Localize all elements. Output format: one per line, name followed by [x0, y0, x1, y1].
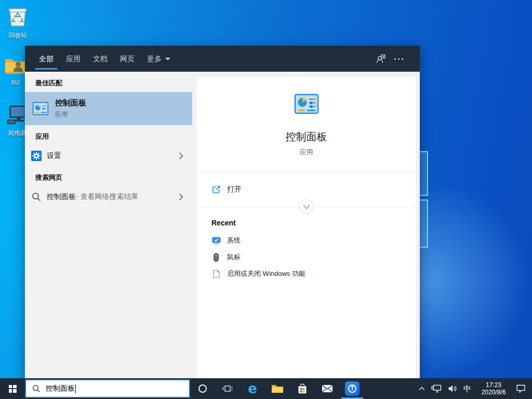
tab-more-label: 更多: [147, 46, 162, 72]
desktop-icon-label: 回收站: [8, 32, 27, 39]
clock-date: 2020/8/6: [475, 389, 512, 396]
tab-apps[interactable]: 应用: [66, 46, 81, 72]
account-button[interactable]: [372, 46, 390, 72]
best-match-header: 最佳匹配: [25, 72, 192, 92]
web-search-section-header: 搜索网页: [25, 166, 192, 187]
taskbar: 控制面板 e: [0, 378, 532, 399]
driver-app-button[interactable]: T: [340, 378, 365, 399]
recent-item-windows-features[interactable]: 启用或关闭 Windows 功能: [211, 265, 416, 282]
edge-button[interactable]: e: [240, 378, 265, 399]
desktop-icon-label: XU: [11, 79, 20, 86]
tab-documents[interactable]: 文档: [93, 46, 108, 72]
chevron-down-icon: [165, 58, 170, 60]
mail-button[interactable]: [315, 378, 340, 399]
control-panel-icon-large: [294, 94, 320, 116]
volume-tray-button[interactable]: [445, 378, 460, 399]
search-results-column: 最佳匹配 控制面板 应用: [25, 72, 196, 378]
search-input-value: 控制面板: [46, 384, 75, 393]
ellipsis-icon: [394, 58, 403, 60]
file-explorer-button[interactable]: [265, 378, 290, 399]
action-center-button[interactable]: [513, 378, 529, 399]
open-label: 打开: [227, 185, 242, 194]
preview-subtitle: 应用: [300, 148, 313, 157]
text-caret: [75, 384, 76, 393]
task-view-button[interactable]: [215, 378, 240, 399]
taskbar-search-input[interactable]: 控制面板: [25, 379, 190, 398]
preview-column: 控制面板 应用 打开: [196, 72, 420, 378]
open-action-row[interactable]: 打开: [197, 172, 416, 207]
wallpaper-window-pane: [419, 151, 428, 196]
tab-web-label: 网页: [120, 46, 135, 72]
tab-apps-label: 应用: [66, 46, 81, 72]
chevron-up-icon: [419, 387, 425, 391]
search-flyout: 全部 应用 文档 网页 更多: [25, 46, 420, 378]
recent-item-label: 系统: [227, 236, 241, 245]
settings-label: 设置: [47, 151, 61, 161]
tab-more[interactable]: 更多: [147, 46, 170, 72]
cortana-icon: [198, 384, 207, 393]
system-monitor-icon: [211, 237, 221, 245]
volume-icon: [448, 384, 457, 393]
recent-item-system[interactable]: 系统: [211, 232, 416, 249]
store-icon: [297, 383, 308, 394]
search-icon: [31, 192, 42, 202]
expand-preview-button[interactable]: [299, 200, 314, 214]
search-icon: [32, 384, 41, 393]
mouse-icon: [211, 253, 221, 262]
document-icon: [211, 270, 221, 278]
account-icon: [376, 54, 386, 64]
web-search-query: 控制面板: [47, 192, 76, 202]
recycle-bin-icon: [1, 4, 35, 30]
recent-item-mouse[interactable]: 鼠标: [211, 249, 416, 265]
ime-indicator[interactable]: 中: [460, 378, 474, 399]
open-external-icon: [211, 185, 221, 194]
edge-icon: e: [248, 382, 257, 395]
recent-header: Recent: [211, 219, 416, 227]
ime-label: 中: [463, 384, 471, 394]
best-match-title: 控制面板: [55, 98, 86, 108]
cortana-button[interactable]: [190, 378, 215, 399]
store-button[interactable]: [290, 378, 315, 399]
chevron-right-icon: [179, 152, 183, 160]
preview-title: 控制面板: [286, 130, 327, 144]
tab-documents-label: 文档: [93, 46, 108, 72]
recent-section: Recent 系统: [197, 207, 416, 282]
taskbar-clock[interactable]: 17:23 2020/8/6: [474, 381, 513, 396]
desktop-icon-label: 此电脑: [8, 129, 27, 137]
network-tray-button[interactable]: [428, 378, 445, 399]
desktop-wallpaper: 回收站 XU 此电脑: [0, 0, 532, 399]
control-panel-icon: [32, 102, 49, 115]
action-center-icon: [516, 384, 526, 393]
apps-section-header: 应用: [25, 125, 192, 145]
chevron-down-icon: [303, 205, 310, 209]
wallpaper-window-pane: [419, 200, 428, 248]
tab-all-label: 全部: [39, 46, 54, 72]
tab-all[interactable]: 全部: [39, 46, 54, 72]
mail-icon: [322, 384, 333, 393]
result-web-search[interactable]: 控制面板 - 查看网络搜索结果: [25, 187, 192, 207]
chevron-right-icon: [179, 193, 183, 201]
preview-card: 控制面板 应用 打开: [197, 77, 416, 378]
driver-app-icon: T: [345, 381, 360, 396]
recent-item-label: 鼠标: [227, 252, 241, 262]
clock-time: 17:23: [475, 381, 512, 389]
settings-gear-icon: [31, 151, 42, 161]
windows-logo-icon: [9, 385, 17, 393]
more-options-button[interactable]: [390, 46, 407, 72]
best-match-result-control-panel[interactable]: 控制面板 应用: [25, 92, 192, 125]
result-settings[interactable]: 设置: [25, 145, 192, 166]
search-flyout-header: 全部 应用 文档 网页 更多: [25, 46, 420, 72]
start-button[interactable]: [0, 378, 25, 399]
file-explorer-icon: [271, 383, 284, 394]
recent-item-label: 启用或关闭 Windows 功能: [227, 269, 305, 278]
tab-web[interactable]: 网页: [120, 46, 135, 72]
tray-expand-button[interactable]: [416, 378, 428, 399]
web-search-suffix: - 查看网络搜索结果: [76, 192, 139, 202]
best-match-subtitle: 应用: [55, 110, 86, 119]
desktop-icon-recycle-bin[interactable]: 回收站: [1, 4, 35, 40]
network-icon: [431, 384, 442, 393]
system-tray: 中 17:23 2020/8/6: [416, 378, 532, 399]
task-view-icon: [222, 384, 233, 393]
